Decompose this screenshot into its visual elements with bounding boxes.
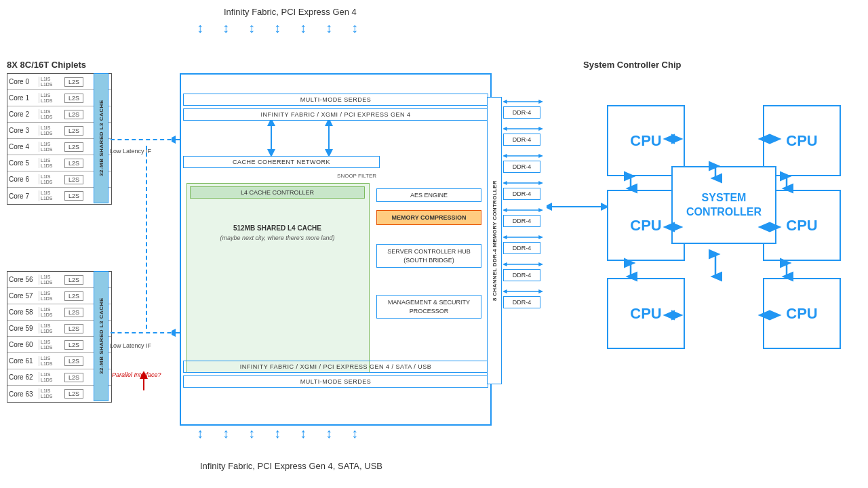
l2-cache: L2S (64, 340, 83, 350)
core-cache-group: L1IS L1DS (39, 142, 63, 152)
main-to-right-arrow-icon (547, 200, 608, 214)
ddr-box-6: DDR-4 (503, 269, 540, 281)
ddr-box-1: DDR-4 (503, 134, 540, 146)
top-arrow-5: ↕ (300, 20, 307, 36)
l1ds-label: L1DS (41, 82, 63, 87)
l1is-label: L1IS (41, 77, 63, 82)
top-fabric-label: Infinity Fabric, PCI Express Gen 4 (224, 7, 357, 17)
shared-l3-bottom: 32-MB SHARED L3 CACHE (94, 271, 108, 401)
l1ds-label: L1DS (41, 329, 63, 334)
l1ds-label: L1DS (41, 345, 63, 350)
low-latency-top: Low Latency IF (110, 148, 151, 155)
core-name: Core 2 (9, 110, 39, 118)
core-name: Core 1 (9, 94, 39, 102)
ddr-box-2: DDR-4 (503, 161, 540, 173)
core-cache-group: L1IS L1DS (39, 158, 63, 168)
chiplets-label: 8X 8C/16T Chiplets (7, 60, 86, 70)
ddr-box-5: DDR-4 (503, 242, 540, 254)
core-name: Core 3 (9, 127, 39, 134)
memory-controller-bar: 8 CHANNEL DDR-4 MEMORY CONTROLLER (487, 97, 502, 384)
core-cache-group: L1IS L1DS (39, 77, 63, 87)
l1is-label: L1IS (41, 340, 63, 345)
l1is-label: L1IS (41, 109, 63, 115)
core-cache-group: L1IS L1DS (39, 340, 63, 350)
core-cache-group: L1IS L1DS (39, 388, 63, 399)
core-name: Core 56 (9, 276, 39, 283)
core-cache-group: L1IS L1DS (39, 109, 63, 119)
ddr-arrow-icon (503, 260, 544, 269)
l1ds-label: L1DS (41, 280, 63, 285)
dashed-line-v (146, 146, 147, 329)
ddr-arrow-icon (503, 287, 544, 296)
l4-cache-area (186, 183, 370, 373)
l2-cache: L2S (64, 159, 83, 168)
l1is-label: L1IS (41, 125, 63, 131)
memory-compression: MEMORY COMPRESSION (376, 210, 481, 225)
snoop-filter: SNOOP FILTER (183, 173, 380, 179)
l2-cache: L2S (64, 142, 83, 152)
l4-cache-size: 512MB SHARED L4 CACHE (233, 224, 321, 232)
bottom-arrows-group: ↕ ↕ ↕ ↕ ↕ ↕ ↕ (197, 426, 358, 441)
bottom-arrow-5: ↕ (300, 426, 307, 441)
l1ds-label: L1DS (41, 394, 63, 399)
core-cache-group: L1IS L1DS (39, 174, 63, 184)
l1is-label: L1IS (41, 158, 63, 163)
bottom-fabric-label: Infinity Fabric, PCI Express Gen 4, SATA… (200, 461, 382, 471)
management-processor-label: MANAGEMENT & SECURITY PROCESSOR (388, 299, 470, 314)
top-arrow-7: ↕ (351, 20, 358, 36)
core-name: Core 59 (9, 325, 39, 332)
l1ds-label: L1DS (41, 196, 63, 201)
l2-cache: L2S (64, 191, 83, 201)
ddr-arrow-icon (503, 124, 544, 134)
infinity-fabric-top: INFINITY FABRIC / XGMI / PCI EXPRESS GEN… (183, 108, 488, 121)
bottom-arrow-4: ↕ (274, 426, 281, 441)
core-cache-group: L1IS L1DS (39, 356, 63, 366)
ddr-box-4: DDR-4 (503, 215, 540, 227)
ddr-arrow-icon (503, 205, 544, 215)
l4-cache-content: 512MB SHARED L4 CACHE (maybe next city, … (190, 224, 365, 243)
l1is-label: L1IS (41, 307, 63, 312)
l2-cache: L2S (64, 126, 83, 136)
l1is-label: L1IS (41, 142, 63, 147)
bottom-arrow-3: ↕ (248, 426, 255, 441)
l1ds-label: L1DS (41, 115, 63, 120)
aes-engine: AES ENGINE (376, 188, 481, 202)
cache-coherent-network: CACHE COHERENT NETWORK (183, 156, 380, 168)
l2-cache: L2S (64, 275, 83, 285)
core-cache-group: L1IS L1DS (39, 372, 63, 382)
dashed-line-bottom-h (111, 332, 178, 333)
core-name: Core 61 (9, 357, 39, 365)
parallel-arrow-icon (117, 371, 171, 392)
management-processor: MANAGEMENT & SECURITY PROCESSOR (376, 295, 481, 319)
l2-cache: L2S (64, 175, 83, 184)
core-cache-group: L1IS L1DS (39, 274, 63, 285)
l2-cache: L2S (64, 373, 83, 382)
right-section-arrows (590, 88, 854, 400)
l1is-label: L1IS (41, 274, 63, 280)
l2-cache: L2S (64, 291, 83, 301)
l1ds-label: L1DS (41, 378, 63, 383)
core-cache-group: L1IS L1DS (39, 291, 63, 301)
core-name: Core 4 (9, 143, 39, 150)
l1ds-label: L1DS (41, 312, 63, 318)
l2-cache: L2S (64, 389, 83, 399)
core-cache-group: L1IS L1DS (39, 125, 63, 136)
shared-l3-top: 32-MB SHARED L3 CACHE (94, 73, 108, 203)
top-arrows-group: ↕ ↕ ↕ ↕ ↕ ↕ ↕ (197, 20, 358, 36)
diagram-container: Infinity Fabric, PCI Express Gen 4 ↕ ↕ ↕… (0, 0, 868, 488)
server-controller-hub: SERVER CONTROLLER HUB (SOUTH BRIDGE) (376, 244, 481, 268)
l1ds-label: L1DS (41, 361, 63, 367)
l2-cache: L2S (64, 110, 83, 119)
core-name: Core 58 (9, 308, 39, 316)
l4-cache-controller: L4 CACHE CONTROLLER (190, 186, 365, 199)
infinity-fabric-bottom: INFINITY FABRIC / XGMI / PCI EXPRESS GEN… (183, 361, 488, 373)
fabric-to-cache-arrow-icon (264, 121, 278, 158)
l1is-label: L1IS (41, 388, 63, 394)
core-name: Core 62 (9, 373, 39, 381)
l2-cache: L2S (64, 77, 83, 87)
l1ds-label: L1DS (41, 147, 63, 152)
l2-cache: L2S (64, 357, 83, 366)
l2-cache: L2S (64, 324, 83, 333)
ddr-arrow-icon (503, 97, 544, 106)
top-arrow-3: ↕ (248, 20, 255, 36)
